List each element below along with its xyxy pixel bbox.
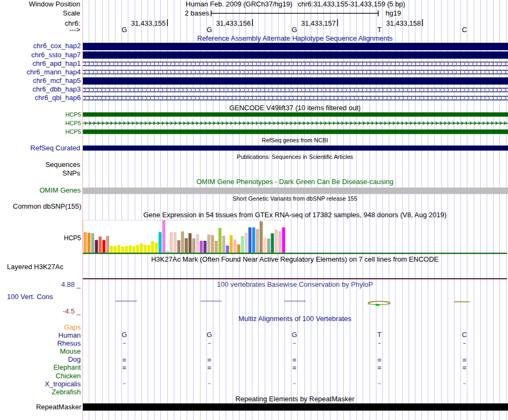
svg-text:chr6_mcf_hap5: chr6_mcf_hap5: [33, 77, 81, 85]
svg-text:GENCODE V49lift37 (10 items fi: GENCODE V49lift37 (10 items filtered out…: [229, 104, 361, 112]
svg-text:chr6_ssto_hap7: chr6_ssto_hap7: [31, 51, 81, 59]
svg-text:Dog: Dog: [68, 355, 81, 363]
svg-text:31,433,157: 31,433,157: [301, 19, 336, 27]
svg-text:G: G: [206, 331, 212, 339]
svg-text:HCP5: HCP5: [65, 120, 81, 126]
svg-text:chr6_apd_hap1: chr6_apd_hap1: [33, 59, 81, 67]
svg-text:-4.5 _: -4.5 _: [63, 307, 81, 315]
svg-text:Rhesus: Rhesus: [57, 339, 81, 347]
svg-text:Gaps: Gaps: [64, 323, 81, 331]
svg-text:chr6_mann_hap4: chr6_mann_hap4: [27, 68, 81, 76]
svg-text:31,433,156: 31,433,156: [216, 19, 251, 27]
svg-text:G: G: [206, 26, 212, 34]
svg-text:OMIM Gene Phenotypes - Dark Gr: OMIM Gene Phenotypes - Dark Green Can Be…: [196, 178, 394, 186]
svg-text:Human: Human: [58, 331, 81, 339]
svg-text:4.88 _: 4.88 _: [61, 280, 81, 288]
svg-text:chr6:31,433,155-31,433,159 (5: chr6:31,433,155-31,433,159 (5 bp): [298, 0, 405, 8]
svg-text:H3K27Ac Mark (Often Found Near: H3K27Ac Mark (Often Found Near Active Re…: [151, 255, 439, 263]
svg-text:Publications: Sequences in Sci: Publications: Sequences in Scientific Ar…: [237, 154, 353, 160]
svg-text:chr6_qbl_hap6: chr6_qbl_hap6: [35, 94, 81, 102]
svg-text:Sequences: Sequences: [45, 161, 81, 169]
svg-text:Layered H3K27Ac: Layered H3K27Ac: [7, 263, 64, 271]
svg-text:100 Vert. Cons: 100 Vert. Cons: [7, 293, 53, 301]
svg-text:SNPs: SNPs: [63, 169, 81, 177]
svg-text:chr6_dbb_hap3: chr6_dbb_hap3: [33, 85, 81, 93]
svg-text:C: C: [462, 331, 467, 339]
svg-text:OMIM Genes: OMIM Genes: [40, 186, 81, 194]
svg-text:Repeating Elements by RepeatMa: Repeating Elements by RepeatMasker: [235, 395, 355, 403]
svg-text:Chicken: Chicken: [56, 372, 81, 380]
svg-text:Reference Assembly Alternate H: Reference Assembly Alternate Haplotype S…: [197, 34, 393, 42]
svg-text:HCP5: HCP5: [64, 234, 81, 242]
svg-text:2 bases: 2 bases: [184, 9, 209, 17]
svg-text:Window Position: Window Position: [29, 0, 80, 8]
svg-text:T: T: [378, 26, 382, 34]
svg-text:Scale: Scale: [63, 9, 80, 17]
svg-text:hg19: hg19: [386, 9, 401, 17]
svg-text:Short Genetic Variants from db: Short Genetic Variants from dbSNP releas…: [233, 195, 357, 202]
svg-text:HCP5: HCP5: [65, 111, 81, 118]
svg-text:31,433,155: 31,433,155: [131, 19, 166, 27]
svg-text:Mouse: Mouse: [60, 347, 81, 355]
svg-text:Human Feb. 2009 (GRCh37/hg19): Human Feb. 2009 (GRCh37/hg19): [186, 0, 292, 8]
svg-text:Elephant: Elephant: [53, 363, 81, 371]
svg-text:Zebrafish: Zebrafish: [52, 388, 81, 396]
svg-text:G: G: [291, 331, 297, 339]
svg-text:chr6_cox_hap2: chr6_cox_hap2: [33, 42, 81, 50]
svg-text:Gene Expression in 54 tissues: Gene Expression in 54 tissues from GTEx …: [143, 211, 447, 219]
svg-text:--->: --->: [69, 26, 80, 34]
svg-text:Common dbSNP(155): Common dbSNP(155): [13, 202, 81, 210]
svg-text:G: G: [121, 331, 127, 339]
svg-text:RefSeq genes from NCBI: RefSeq genes from NCBI: [261, 137, 328, 143]
svg-text:31,433,158: 31,433,158: [386, 19, 421, 27]
svg-text:G: G: [291, 26, 297, 34]
svg-text:Multiz Alignments of 100 Verte: Multiz Alignments of 100 Vertebrates: [238, 315, 352, 323]
svg-text:G: G: [121, 26, 127, 34]
svg-text:RepeatMasker: RepeatMasker: [36, 403, 81, 411]
svg-text:T: T: [378, 331, 382, 339]
svg-text:HCP5: HCP5: [65, 128, 81, 135]
svg-text:X_tropicalis: X_tropicalis: [45, 380, 81, 388]
svg-text:RefSeq Curated: RefSeq Curated: [30, 144, 80, 152]
svg-text:C: C: [462, 26, 467, 34]
svg-text:100 vertebrates Basewise Conse: 100 vertebrates Basewise Conservation by…: [217, 280, 373, 288]
